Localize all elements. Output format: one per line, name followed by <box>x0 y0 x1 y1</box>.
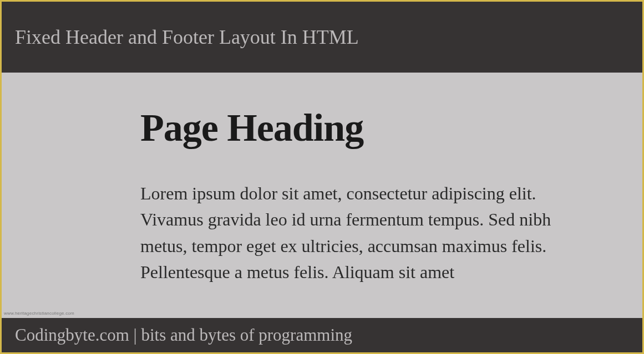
watermark-text: www.heritagechristiancollege.com <box>4 311 74 316</box>
page-frame: Fixed Header and Footer Layout In HTML P… <box>0 0 644 354</box>
body-paragraph: Lorem ipsum dolor sit amet, consectetur … <box>140 181 570 285</box>
page-heading: Page Heading <box>140 106 570 150</box>
content-area: Page Heading Lorem ipsum dolor sit amet,… <box>2 73 642 318</box>
fixed-footer: Codingbyte.com | bits and bytes of progr… <box>2 318 642 352</box>
footer-text: Codingbyte.com | bits and bytes of progr… <box>15 325 352 345</box>
fixed-header: Fixed Header and Footer Layout In HTML <box>2 2 642 73</box>
header-title: Fixed Header and Footer Layout In HTML <box>15 25 359 49</box>
